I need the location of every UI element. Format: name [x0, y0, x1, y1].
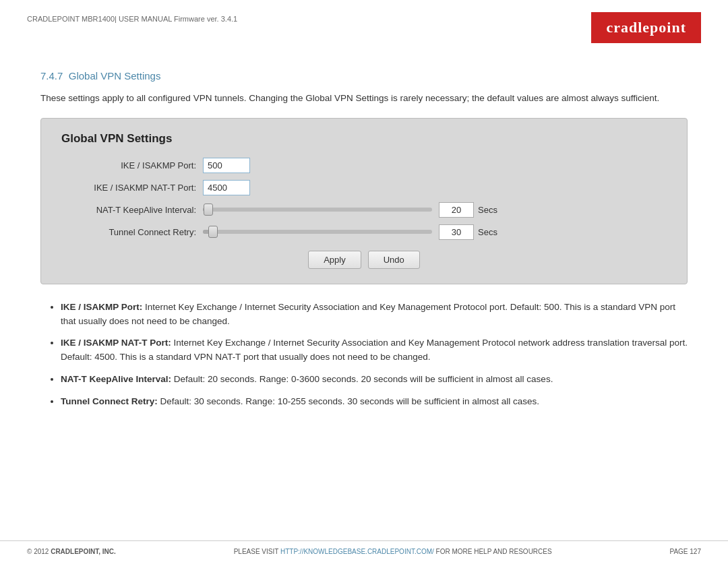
list-item: NAT-T KeepAlive Interval: Default: 20 se…: [61, 373, 688, 387]
ike-nat-port-row: IKE / ISAKMP NAT-T Port:: [61, 180, 667, 195]
bullet-bold-2: IKE / ISAKMP NAT-T Port:: [61, 338, 171, 348]
footer-page: PAGE 127: [669, 548, 701, 555]
settings-box: Global VPN Settings IKE / ISAKMP Port: I…: [40, 118, 688, 284]
bullet-bold-3: NAT-T KeepAlive Interval:: [61, 374, 171, 384]
tunnel-retry-row: Tunnel Connect Retry: 30 Secs: [61, 224, 667, 240]
bullet-text-3: Default: 20 seconds. Range: 0-3600 secon…: [174, 374, 553, 384]
ike-port-row: IKE / ISAKMP Port:: [61, 158, 667, 173]
header-left: CRADLEPOINT MBR1400| USER MANUAL Firmwar…: [27, 12, 237, 23]
tunnel-retry-slider-container: 30 Secs: [203, 224, 667, 240]
list-item: IKE / ISAKMP NAT-T Port: Internet Key Ex…: [61, 336, 688, 365]
footer-center: PLEASE VISIT HTTP://KNOWLEDGEBASE.CRADLE…: [234, 548, 552, 555]
bullet-bold-4: Tunnel Connect Retry:: [61, 396, 158, 406]
section-heading: 7.4.7 Global VPN Settings: [40, 70, 688, 82]
ike-port-input[interactable]: [203, 158, 250, 173]
header: CRADLEPOINT MBR1400| USER MANUAL Firmwar…: [0, 0, 728, 50]
button-row: Apply Undo: [61, 251, 667, 269]
bullet-text-4: Default: 30 seconds. Range: 10-255 secon…: [160, 396, 540, 406]
logo: cradlepoint: [591, 12, 701, 43]
nat-keepalive-row: NAT-T KeepAlive Interval: 20 Secs: [61, 202, 667, 218]
section-number: 7.4.7: [40, 70, 63, 82]
undo-button[interactable]: Undo: [368, 251, 420, 269]
footer-copyright: © 2012 CRADLEPOINT, INC.: [27, 548, 116, 555]
bullet-text-1: Internet Key Exchange / Internet Securit…: [61, 302, 675, 326]
ike-nat-port-label: IKE / ISAKMP NAT-T Port:: [61, 183, 203, 193]
nat-keepalive-slider-container: 20 Secs: [203, 202, 667, 218]
nat-keepalive-slider-track[interactable]: [203, 208, 432, 212]
bullet-list: IKE / ISAKMP Port: Internet Key Exchange…: [40, 301, 688, 410]
tunnel-retry-unit: Secs: [478, 227, 497, 237]
intro-paragraph: These settings apply to all configured V…: [40, 91, 688, 106]
settings-box-title: Global VPN Settings: [61, 132, 667, 146]
nat-keepalive-unit: Secs: [478, 205, 497, 215]
main-content: 7.4.7 Global VPN Settings These settings…: [0, 50, 728, 433]
tunnel-retry-value[interactable]: 30: [439, 224, 474, 240]
list-item: IKE / ISAKMP Port: Internet Key Exchange…: [61, 301, 688, 329]
document-subtitle: CRADLEPOINT MBR1400| USER MANUAL Firmwar…: [27, 15, 237, 23]
footer: © 2012 CRADLEPOINT, INC. PLEASE VISIT HT…: [0, 540, 728, 562]
tunnel-retry-label: Tunnel Connect Retry:: [61, 227, 203, 237]
nat-keepalive-label: NAT-T KeepAlive Interval:: [61, 205, 203, 215]
nat-keepalive-value[interactable]: 20: [439, 202, 474, 218]
footer-visit-prefix: PLEASE VISIT: [234, 548, 280, 555]
list-item: Tunnel Connect Retry: Default: 30 second…: [61, 395, 688, 409]
footer-link[interactable]: HTTP://KNOWLEDGEBASE.CRADLEPOINT.COM/: [280, 548, 434, 555]
section-title: Global VPN Settings: [69, 70, 161, 82]
apply-button[interactable]: Apply: [308, 251, 361, 269]
ike-port-label: IKE / ISAKMP Port:: [61, 160, 203, 170]
bullet-bold-1: IKE / ISAKMP Port:: [61, 302, 142, 312]
tunnel-retry-slider-thumb[interactable]: [208, 226, 218, 238]
ike-nat-port-input[interactable]: [203, 180, 250, 195]
footer-visit-suffix: FOR MORE HELP AND RESOURCES: [436, 548, 552, 555]
tunnel-retry-slider-track[interactable]: [203, 230, 432, 234]
nat-keepalive-slider-thumb[interactable]: [204, 204, 213, 216]
